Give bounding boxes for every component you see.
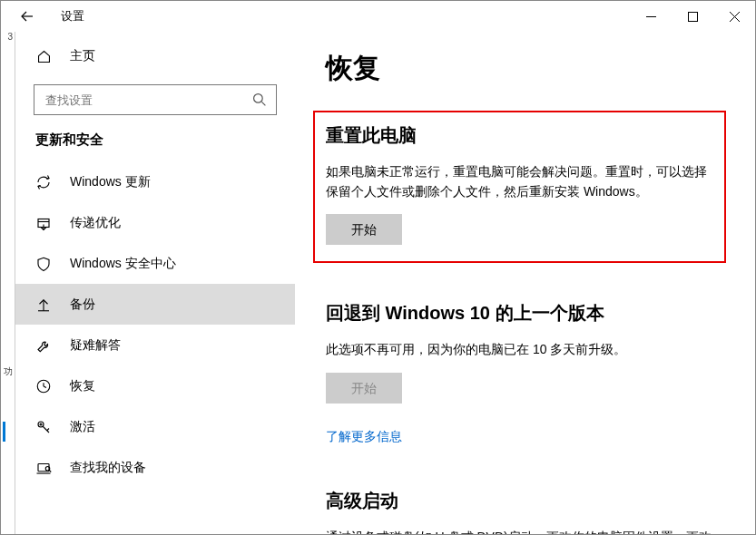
- troubleshoot-icon: [35, 337, 52, 354]
- back-button[interactable]: [19, 8, 35, 24]
- sidebar-item-troubleshoot[interactable]: 疑难解答: [15, 325, 295, 365]
- sidebar-item-label: 疑难解答: [70, 337, 121, 354]
- sidebar-item-activation[interactable]: 激活: [15, 406, 295, 447]
- minimize-button[interactable]: [630, 1, 672, 32]
- backup-icon: [35, 297, 52, 313]
- window-title: 设置: [61, 8, 84, 24]
- sidebar-item-recovery[interactable]: 恢复: [15, 365, 295, 406]
- svg-point-16: [40, 423, 42, 425]
- advanced-section-title: 高级启动: [326, 489, 724, 513]
- reset-section-title: 重置此电脑: [326, 123, 713, 148]
- sidebar-item-refresh[interactable]: Windows 更新: [15, 161, 295, 202]
- sidebar-item-label: 传递优化: [70, 215, 121, 231]
- page-heading: 恢复: [326, 50, 724, 87]
- shield-icon: [35, 256, 52, 272]
- sidebar: 主页 更新和安全 Windows 更新传递优化Windows 安全中心备份疑难解…: [15, 32, 295, 534]
- sidebar-item-label: Windows 更新: [70, 174, 151, 190]
- edge-mark-2: 功: [4, 365, 13, 378]
- close-button[interactable]: [713, 1, 755, 32]
- sidebar-section-title: 更新和安全: [15, 131, 295, 149]
- svg-line-6: [261, 102, 265, 105]
- activation-icon: [35, 419, 52, 435]
- svg-point-5: [254, 94, 263, 103]
- close-icon: [730, 12, 740, 22]
- home-nav[interactable]: 主页: [15, 37, 295, 75]
- maximize-button[interactable]: [672, 1, 713, 32]
- svg-line-14: [44, 386, 46, 388]
- rollback-section-title: 回退到 Windows 10 的上一个版本: [326, 301, 724, 326]
- parent-window-edge: 3 功: [1, 32, 15, 534]
- home-label: 主页: [70, 48, 95, 64]
- svg-line-22: [49, 470, 51, 472]
- main-content: 恢复 重置此电脑 如果电脑未正常运行，重置电脑可能会解决问题。重置时，可以选择保…: [295, 32, 755, 534]
- sidebar-item-label: Windows 安全中心: [70, 256, 176, 272]
- svg-point-15: [38, 422, 44, 427]
- maximize-icon: [688, 12, 698, 22]
- recovery-icon: [35, 378, 52, 394]
- rollback-start-button: 开始: [326, 373, 402, 404]
- minimize-icon: [646, 12, 656, 22]
- sidebar-item-delivery[interactable]: 传递优化: [15, 202, 295, 243]
- sidebar-item-label: 激活: [70, 419, 95, 435]
- title-bar: 设置: [1, 1, 755, 32]
- sidebar-item-label: 恢复: [70, 378, 95, 394]
- svg-line-18: [47, 428, 49, 430]
- search-input[interactable]: [44, 92, 252, 108]
- findmydevice-icon: [35, 460, 52, 476]
- back-arrow-icon: [20, 9, 34, 24]
- sidebar-item-findmydevice[interactable]: 查找我的设备: [15, 447, 295, 488]
- reset-section-desc: 如果电脑未正常运行，重置电脑可能会解决问题。重置时，可以选择保留个人文件或删除个…: [326, 162, 713, 201]
- reset-start-button[interactable]: 开始: [326, 214, 402, 245]
- refresh-icon: [35, 174, 52, 190]
- sidebar-item-shield[interactable]: Windows 安全中心: [15, 243, 295, 284]
- sidebar-item-backup[interactable]: 备份: [15, 284, 295, 325]
- edge-accent: [3, 422, 5, 442]
- sidebar-item-label: 查找我的设备: [70, 460, 146, 476]
- sidebar-item-label: 备份: [70, 297, 95, 313]
- search-icon: [252, 92, 267, 107]
- svg-rect-2: [688, 12, 697, 21]
- advanced-section-desc: 通过设备或磁盘(如 U 盘或 DVD)启动，更改你的电脑固件设置，更改 Wind…: [326, 528, 724, 534]
- highlight-box: 重置此电脑 如果电脑未正常运行，重置电脑可能会解决问题。重置时，可以选择保留个人…: [313, 111, 726, 263]
- edge-mark-1: 3: [7, 32, 13, 42]
- search-box[interactable]: [34, 84, 277, 115]
- delivery-icon: [35, 215, 52, 231]
- rollback-section-desc: 此选项不再可用，因为你的电脑已在 10 多天前升级。: [326, 340, 724, 360]
- home-icon: [35, 48, 52, 64]
- learn-more-link[interactable]: 了解更多信息: [326, 429, 724, 445]
